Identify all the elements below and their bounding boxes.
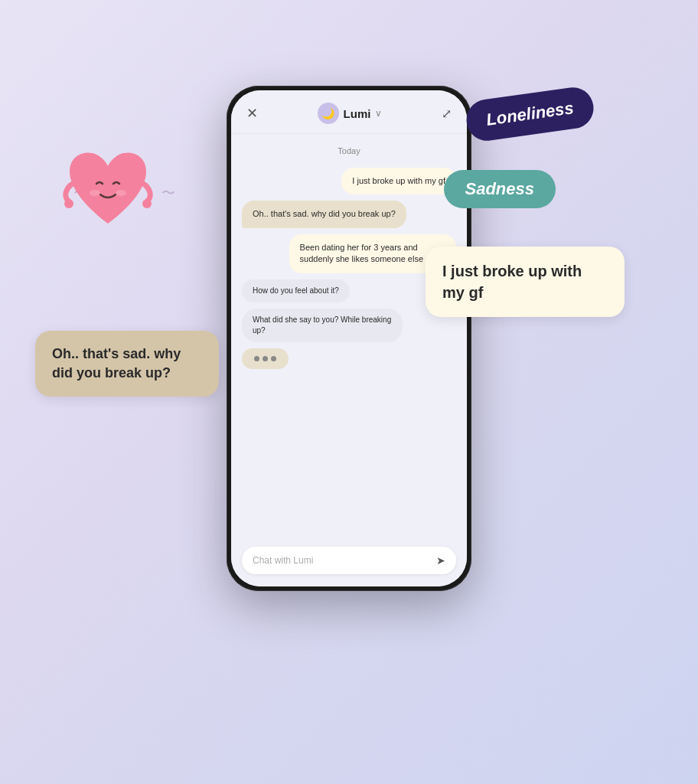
header-center: 🌙 Lumi ∨ (318, 103, 383, 124)
date-label: Today (242, 146, 456, 155)
phone-screen: ✕ 🌙 Lumi ∨ ⤢ Today I just broke up with … (231, 90, 467, 586)
input-box[interactable]: Chat with Lumi ➤ (242, 547, 456, 574)
message-ai-1: Oh.. that's sad. why did you break up? (242, 201, 406, 227)
sadness-tag: Sadness (444, 170, 556, 208)
wiggle-right: 〜 (161, 184, 175, 202)
bubble-outside-right: I just broke up with my gf (426, 247, 625, 317)
lumi-avatar: 🌙 (318, 103, 339, 124)
loneliness-tag: Loneliness (464, 85, 596, 144)
lumi-name: Lumi (344, 107, 371, 120)
phone: ✕ 🌙 Lumi ∨ ⤢ Today I just broke up with … (227, 86, 471, 591)
dot-3 (271, 356, 276, 361)
phone-header: ✕ 🌙 Lumi ∨ ⤢ (231, 90, 467, 134)
close-icon[interactable]: ✕ (246, 105, 258, 122)
svg-point-2 (90, 190, 100, 196)
chat-area: Today I just broke up with my gf Oh.. th… (231, 134, 467, 539)
typing-indicator (242, 348, 289, 369)
dot-1 (254, 356, 259, 361)
suggestion-1[interactable]: How do you feel about it? (242, 279, 350, 302)
dot-2 (263, 356, 268, 361)
chevron-icon[interactable]: ∨ (375, 108, 382, 119)
svg-point-0 (64, 199, 73, 208)
heart-character (58, 139, 158, 247)
svg-point-1 (142, 199, 152, 208)
message-user-1: I just broke up with my gf (341, 168, 456, 194)
input-area: Chat with Lumi ➤ (231, 539, 467, 586)
svg-point-3 (116, 190, 126, 196)
input-placeholder: Chat with Lumi (253, 555, 430, 566)
header-left: ✕ (246, 105, 258, 122)
share-icon[interactable]: ⤢ (442, 106, 452, 121)
bubble-outside-left: Oh.. that's sad. why did you break up? (35, 331, 219, 397)
send-icon[interactable]: ➤ (436, 554, 445, 567)
suggestion-2[interactable]: What did she say to you? While breaking … (242, 309, 403, 342)
